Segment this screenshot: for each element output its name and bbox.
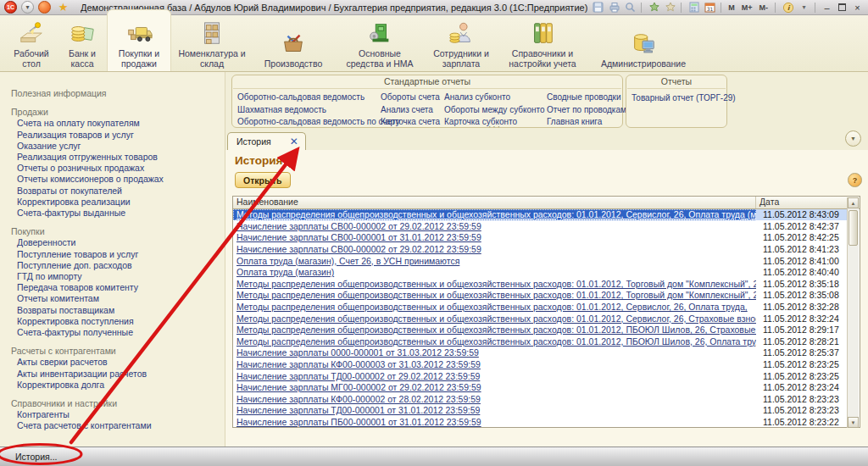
table-row[interactable]: Начисление зарплаты ТД00-000001 от 31.01… <box>233 405 860 417</box>
table-row[interactable]: Методы распределения общепроизводственны… <box>233 336 860 348</box>
row-name-link[interactable]: Начисление зарплаты СВ00-000002 от 29.02… <box>233 221 756 232</box>
row-date[interactable]: 11.05.2012 8:32:24 <box>756 313 849 325</box>
sidebar-item[interactable]: Корректировка долга <box>0 380 225 391</box>
info-icon[interactable]: i <box>781 1 795 14</box>
row-name-link[interactable]: Начисление зарплаты МГ00-000002 от 29.02… <box>233 382 756 393</box>
report-link[interactable]: Оборотно-сальдовая ведомость по счету <box>237 116 400 129</box>
sidebar-item[interactable]: Корректировка реализации <box>0 197 225 208</box>
sidebar-item[interactable]: Возвраты поставщикам <box>0 305 225 316</box>
report-link[interactable]: Сводные проводки <box>547 92 626 104</box>
row-name-link[interactable]: Начисление зарплаты СВ00-000001 от 31.01… <box>233 232 756 243</box>
table-row[interactable]: Начисление зарплаты СВ00-000001 от 31.01… <box>233 232 860 244</box>
section-stock[interactable]: Номенклатура и склад <box>171 10 253 71</box>
report-link[interactable]: Обороты между субконто <box>444 104 545 117</box>
row-name-link[interactable]: Оплата труда (магазин), Счет 26, в УСН п… <box>233 256 756 267</box>
section-admin[interactable]: Администрирование <box>588 10 698 71</box>
scroll-down-icon[interactable]: ▼ <box>848 417 859 428</box>
sidebar-item[interactable]: Контрагенты <box>0 409 225 420</box>
table-row[interactable]: Начисление зарплаты 0000-000001 от 31.03… <box>233 347 860 359</box>
restore-button[interactable] <box>835 2 849 14</box>
sidebar-item[interactable]: ГТД по импорту <box>0 271 225 282</box>
memory-subtract-button[interactable]: M- <box>756 3 772 12</box>
row-date[interactable]: 11.05.2012 8:32:28 <box>756 302 849 313</box>
tab-close-icon[interactable]: ✕ <box>290 137 298 146</box>
section-purchases[interactable]: Покупки и продажи <box>107 9 171 71</box>
row-date[interactable]: 11.05.2012 8:28:21 <box>756 336 849 347</box>
row-name-link[interactable]: Начисление зарплаты ТД00-000001 от 31.01… <box>233 405 756 416</box>
tab-history[interactable]: История✕ <box>227 132 306 151</box>
row-date[interactable]: 11.05.2012 8:35:08 <box>756 290 849 301</box>
sidebar-item[interactable]: Счета расчетов с контрагентами <box>0 420 225 431</box>
row-name-link[interactable]: Оплата труда (магазин) <box>233 267 756 278</box>
row-date[interactable]: 11.05.2012 8:23:23 <box>756 405 849 416</box>
table-row[interactable]: Начисление зарплаты ПБ00-000001 от 31.01… <box>233 417 860 427</box>
row-date[interactable]: 11.05.2012 8:41:23 <box>756 244 849 255</box>
help-button[interactable]: ? <box>848 173 862 187</box>
row-date[interactable]: 11.05.2012 8:43:09 <box>756 209 849 220</box>
row-name-link[interactable]: Начисление зарплаты ПБ00-000001 от 31.01… <box>233 417 756 427</box>
report-link[interactable]: Оборотно-сальдовая ведомость <box>237 92 400 104</box>
table-row[interactable]: Начисление зарплаты МГ00-000002 от 29.02… <box>233 382 860 394</box>
sidebar-item[interactable]: Корректировка поступления <box>0 316 225 327</box>
sidebar-item[interactable]: Доверенности <box>0 237 225 248</box>
sidebar-item[interactable]: Акты сверки расчетов <box>0 357 225 368</box>
row-date[interactable]: 11.05.2012 8:23:24 <box>756 382 849 393</box>
report-link[interactable]: Анализ субконто <box>444 92 545 104</box>
sidebar-item[interactable]: Отчеты комитентам <box>0 293 225 304</box>
table-row[interactable]: Начисление зарплаты СВ00-000002 от 29.02… <box>233 221 860 233</box>
report-link[interactable]: Отчет по проводкам <box>547 104 626 117</box>
report-link[interactable]: Карточка счета <box>381 116 440 129</box>
sidebar-item[interactable]: Счета на оплату покупателям <box>0 118 225 129</box>
table-row[interactable]: Оплата труда (магазин), Счет 26, в УСН п… <box>233 255 860 267</box>
row-date[interactable]: 11.05.2012 8:23:25 <box>756 359 849 370</box>
row-date[interactable]: 11.05.2012 8:23:23 <box>756 394 849 405</box>
sidebar-item[interactable]: Отчеты комиссионеров о продажах <box>0 174 225 185</box>
sidebar-item[interactable]: Передача товаров комитенту <box>0 282 225 293</box>
memory-add-button[interactable]: M+ <box>738 3 756 12</box>
table-row[interactable]: Начисление зарплаты СВ00-000002 от 29.02… <box>233 244 860 256</box>
row-name-link[interactable]: Начисление зарплаты СВ00-000002 от 29.02… <box>233 244 756 255</box>
row-name-link[interactable]: Начисление зарплаты КФ00-000003 от 31.03… <box>233 359 756 370</box>
row-date[interactable]: 11.05.2012 8:35:18 <box>756 279 849 290</box>
memory-recall-button[interactable]: M <box>725 3 738 12</box>
section-production[interactable]: Производство <box>253 10 334 71</box>
table-row[interactable]: Методы распределения общепроизводственны… <box>233 209 860 221</box>
close-button[interactable]: × <box>850 2 865 14</box>
table-scrollbar[interactable]: ▲ ▼ <box>847 197 859 428</box>
row-name-link[interactable]: Методы распределения общепроизводственны… <box>233 302 756 313</box>
sidebar-item[interactable]: Акты инвентаризации расчетов <box>0 369 225 380</box>
section-desktop[interactable]: Рабочий стол <box>5 10 58 71</box>
report-link[interactable]: Главная книга <box>547 116 626 129</box>
sidebar-item[interactable]: Реализация отгруженных товаров <box>0 152 225 163</box>
section-staff[interactable]: Сотрудники и зарплата <box>426 10 497 71</box>
open-button[interactable]: Открыть <box>235 172 291 188</box>
report-link[interactable]: Обороты счета <box>381 92 440 104</box>
sidebar-item[interactable]: Возвраты от покупателей <box>0 186 225 197</box>
column-header-name[interactable]: Наименование <box>233 197 756 208</box>
row-name-link[interactable]: Методы распределения общепроизводственны… <box>233 325 756 336</box>
row-name-link[interactable]: Методы распределения общепроизводственны… <box>233 336 756 347</box>
status-history-link[interactable]: История... <box>15 452 57 462</box>
table-row[interactable]: Оплата труда (магазин)11.05.2012 8:40:40 <box>233 267 860 279</box>
minimize-button[interactable]: – <box>820 2 834 14</box>
info-chevron-icon[interactable]: ▾ <box>797 1 811 14</box>
row-date[interactable]: 11.05.2012 8:25:37 <box>756 347 849 358</box>
column-header-date[interactable]: Дата <box>756 197 848 208</box>
row-date[interactable]: 11.05.2012 8:23:22 <box>756 417 849 427</box>
row-name-link[interactable]: Методы распределения общепроизводственны… <box>233 209 756 220</box>
section-bank[interactable]: Банк и касса <box>58 10 107 71</box>
table-row[interactable]: Методы распределения общепроизводственны… <box>233 313 860 325</box>
panel-splitter-handle[interactable]: ··· <box>485 122 505 131</box>
table-row[interactable]: Начисление зарплаты КФ00-000002 от 28.02… <box>233 394 860 406</box>
row-name-link[interactable]: Методы распределения общепроизводственны… <box>233 290 756 301</box>
sidebar-item[interactable]: Счета-фактуры полученные <box>0 327 225 338</box>
row-name-link[interactable]: Начисление зарплаты КФ00-000002 от 28.02… <box>233 394 756 405</box>
row-date[interactable]: 11.05.2012 8:40:40 <box>756 267 849 278</box>
sidebar-item[interactable]: Счета-фактуры выданные <box>0 208 225 219</box>
row-date[interactable]: 11.05.2012 8:29:17 <box>756 325 849 336</box>
row-date[interactable]: 11.05.2012 8:42:25 <box>756 232 849 243</box>
row-name-link[interactable]: Методы распределения общепроизводственны… <box>233 313 756 325</box>
table-row[interactable]: Методы распределения общепроизводственны… <box>233 279 860 291</box>
table-row[interactable]: Начисление зарплаты КФ00-000003 от 31.03… <box>233 359 860 371</box>
row-name-link[interactable]: Методы распределения общепроизводственны… <box>233 279 756 290</box>
